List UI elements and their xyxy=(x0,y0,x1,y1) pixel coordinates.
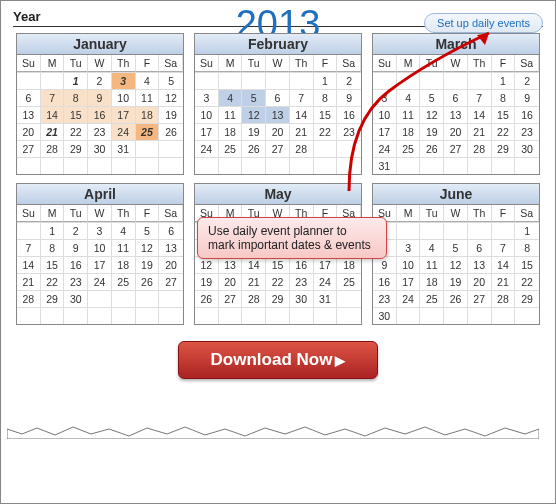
date-cell[interactable]: 27 xyxy=(159,273,183,290)
date-cell[interactable]: 3 xyxy=(88,222,112,239)
date-cell[interactable]: 18 xyxy=(219,123,243,140)
date-cell[interactable]: 6 xyxy=(159,222,183,239)
date-cell[interactable]: 9 xyxy=(88,89,112,106)
date-cell[interactable] xyxy=(373,72,397,89)
date-cell[interactable]: 12 xyxy=(420,106,444,123)
date-cell[interactable]: 12 xyxy=(136,239,160,256)
date-cell[interactable]: 16 xyxy=(88,106,112,123)
date-cell[interactable]: 5 xyxy=(242,89,266,106)
date-cell[interactable] xyxy=(397,222,421,239)
date-cell[interactable] xyxy=(112,290,136,307)
date-cell[interactable]: 27 xyxy=(468,290,492,307)
date-cell[interactable]: 28 xyxy=(468,140,492,157)
date-cell[interactable] xyxy=(88,290,112,307)
date-cell[interactable]: 20 xyxy=(266,123,290,140)
date-cell[interactable]: 21 xyxy=(290,123,314,140)
date-cell[interactable] xyxy=(242,72,266,89)
date-cell[interactable] xyxy=(41,307,65,324)
date-cell[interactable] xyxy=(420,72,444,89)
date-cell[interactable] xyxy=(88,307,112,324)
date-cell[interactable] xyxy=(41,157,65,174)
date-cell[interactable]: 13 xyxy=(468,256,492,273)
date-cell[interactable]: 7 xyxy=(492,239,516,256)
date-cell[interactable]: 25 xyxy=(420,290,444,307)
date-cell[interactable]: 16 xyxy=(64,256,88,273)
date-cell[interactable] xyxy=(195,72,219,89)
date-cell[interactable]: 8 xyxy=(41,239,65,256)
date-cell[interactable] xyxy=(337,290,361,307)
date-cell[interactable]: 18 xyxy=(397,123,421,140)
date-cell[interactable]: 19 xyxy=(195,273,219,290)
date-cell[interactable]: 21 xyxy=(492,273,516,290)
date-cell[interactable] xyxy=(195,157,219,174)
date-cell[interactable]: 26 xyxy=(195,290,219,307)
date-cell[interactable]: 25 xyxy=(112,273,136,290)
date-cell[interactable]: 29 xyxy=(515,290,539,307)
date-cell[interactable] xyxy=(17,72,41,89)
date-cell[interactable] xyxy=(242,157,266,174)
date-cell[interactable]: 31 xyxy=(314,290,338,307)
date-cell[interactable] xyxy=(337,157,361,174)
date-cell[interactable]: 2 xyxy=(88,72,112,89)
date-cell[interactable] xyxy=(266,72,290,89)
date-cell[interactable] xyxy=(468,307,492,324)
date-cell[interactable] xyxy=(397,307,421,324)
date-cell[interactable] xyxy=(515,157,539,174)
date-cell[interactable]: 30 xyxy=(88,140,112,157)
date-cell[interactable]: 25 xyxy=(136,123,160,140)
date-cell[interactable]: 8 xyxy=(64,89,88,106)
date-cell[interactable] xyxy=(290,307,314,324)
date-cell[interactable] xyxy=(112,307,136,324)
date-cell[interactable] xyxy=(397,72,421,89)
date-cell[interactable]: 3 xyxy=(373,89,397,106)
date-cell[interactable] xyxy=(468,72,492,89)
date-cell[interactable]: 22 xyxy=(492,123,516,140)
date-cell[interactable]: 10 xyxy=(112,89,136,106)
date-cell[interactable]: 7 xyxy=(468,89,492,106)
date-cell[interactable]: 13 xyxy=(266,106,290,123)
date-cell[interactable] xyxy=(492,157,516,174)
date-cell[interactable]: 13 xyxy=(17,106,41,123)
date-cell[interactable]: 8 xyxy=(492,89,516,106)
date-cell[interactable]: 19 xyxy=(444,273,468,290)
date-cell[interactable]: 27 xyxy=(17,140,41,157)
date-cell[interactable]: 8 xyxy=(515,239,539,256)
date-cell[interactable] xyxy=(195,307,219,324)
date-cell[interactable]: 16 xyxy=(515,106,539,123)
date-cell[interactable]: 11 xyxy=(420,256,444,273)
date-cell[interactable] xyxy=(159,290,183,307)
date-cell[interactable]: 1 xyxy=(314,72,338,89)
date-cell[interactable] xyxy=(219,72,243,89)
date-cell[interactable]: 11 xyxy=(397,106,421,123)
date-cell[interactable]: 18 xyxy=(112,256,136,273)
date-cell[interactable] xyxy=(266,307,290,324)
date-cell[interactable]: 24 xyxy=(397,290,421,307)
date-cell[interactable]: 21 xyxy=(17,273,41,290)
date-cell[interactable]: 24 xyxy=(112,123,136,140)
date-cell[interactable] xyxy=(159,140,183,157)
date-cell[interactable]: 1 xyxy=(64,72,88,89)
date-cell[interactable]: 15 xyxy=(492,106,516,123)
date-cell[interactable] xyxy=(420,307,444,324)
date-cell[interactable] xyxy=(468,157,492,174)
date-cell[interactable]: 11 xyxy=(136,89,160,106)
date-cell[interactable]: 25 xyxy=(337,273,361,290)
date-cell[interactable]: 7 xyxy=(17,239,41,256)
date-cell[interactable]: 26 xyxy=(420,140,444,157)
date-cell[interactable]: 4 xyxy=(112,222,136,239)
date-cell[interactable]: 7 xyxy=(41,89,65,106)
date-cell[interactable]: 20 xyxy=(219,273,243,290)
date-cell[interactable]: 23 xyxy=(515,123,539,140)
date-cell[interactable]: 28 xyxy=(492,290,516,307)
date-cell[interactable] xyxy=(159,307,183,324)
date-cell[interactable]: 17 xyxy=(373,123,397,140)
date-cell[interactable] xyxy=(136,157,160,174)
date-cell[interactable] xyxy=(492,222,516,239)
date-cell[interactable]: 6 xyxy=(17,89,41,106)
date-cell[interactable]: 22 xyxy=(266,273,290,290)
date-cell[interactable] xyxy=(17,222,41,239)
date-cell[interactable]: 4 xyxy=(420,239,444,256)
date-cell[interactable] xyxy=(17,307,41,324)
date-cell[interactable]: 26 xyxy=(242,140,266,157)
date-cell[interactable] xyxy=(444,157,468,174)
